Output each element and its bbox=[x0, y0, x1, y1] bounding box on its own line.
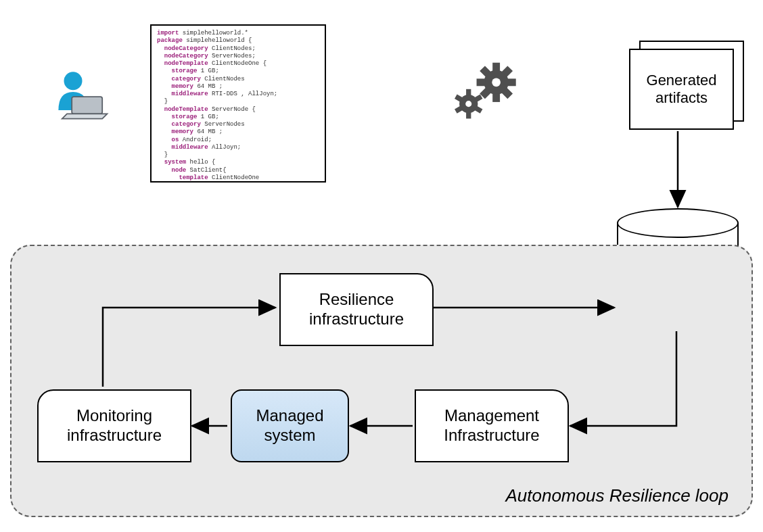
svg-rect-6 bbox=[466, 89, 471, 96]
code-snippet: import simplehelloworld.* package simple… bbox=[150, 24, 326, 183]
resilience-label: Resilience infrastructure bbox=[309, 290, 404, 329]
svg-point-0 bbox=[64, 72, 83, 90]
management-label: Management Infrastructure bbox=[444, 406, 539, 445]
svg-point-4 bbox=[492, 78, 501, 87]
resilience-loop: Autonomous Resilience loop Resilience in… bbox=[10, 245, 753, 517]
loop-label: Autonomous Resilience loop bbox=[505, 485, 729, 506]
resilience-node: Resilience infrastructure bbox=[279, 273, 434, 346]
monitoring-label: Monitoring infrastructure bbox=[67, 406, 162, 445]
svg-point-7 bbox=[465, 101, 471, 107]
generated-artifacts-label: Generated artifacts bbox=[647, 72, 717, 107]
svg-rect-3 bbox=[492, 63, 500, 72]
management-node: Management Infrastructure bbox=[415, 389, 569, 462]
managed-label: Managed system bbox=[256, 406, 323, 445]
managed-system-node: Managed system bbox=[231, 389, 349, 462]
gears-icon bbox=[450, 61, 524, 128]
generated-artifacts: Generated artifacts bbox=[629, 41, 744, 128]
svg-rect-1 bbox=[72, 97, 102, 114]
user-icon bbox=[49, 68, 110, 128]
monitoring-node: Monitoring infrastructure bbox=[37, 389, 191, 462]
